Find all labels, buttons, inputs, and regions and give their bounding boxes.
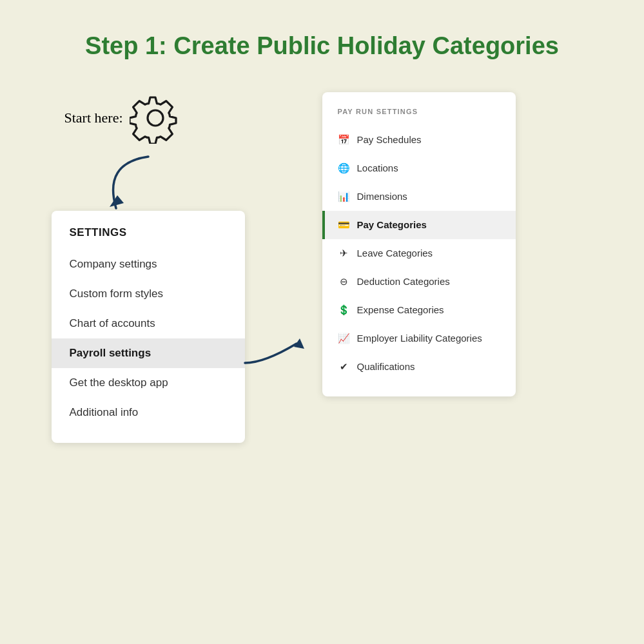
calendar-icon: 📅 xyxy=(338,134,351,146)
settings-heading: SETTINGS xyxy=(52,226,245,249)
payrun-item-qualifications[interactable]: ✔ Qualifications xyxy=(322,353,516,381)
minus-circle-icon: ⊖ xyxy=(338,276,351,288)
dollar-icon: 💲 xyxy=(338,304,351,316)
settings-item-company[interactable]: Company settings xyxy=(52,249,245,279)
payrun-section-title: PAY RUN SETTINGS xyxy=(322,108,516,126)
payrun-item-leave-categories[interactable]: ✈ Leave Categories xyxy=(322,239,516,268)
card-icon: 💳 xyxy=(338,219,351,231)
settings-item-payroll[interactable]: Payroll settings xyxy=(52,338,245,368)
settings-item-chart-accounts[interactable]: Chart of accounts xyxy=(52,309,245,338)
settings-panel: SETTINGS Company settings Custom form st… xyxy=(52,211,245,443)
payrun-item-employer-liability[interactable]: 📈 Employer Liability Categories xyxy=(322,324,516,353)
arrow-down-container xyxy=(90,150,168,217)
trend-icon: 📈 xyxy=(338,333,351,344)
payrun-item-dimensions[interactable]: 📊 Dimensions xyxy=(322,182,516,211)
payrun-item-expense-categories[interactable]: 💲 Expense Categories xyxy=(322,296,516,324)
arrow-down-icon xyxy=(90,150,168,215)
start-here-row: Start here: xyxy=(64,92,181,144)
settings-item-desktop-app[interactable]: Get the desktop app xyxy=(52,368,245,398)
svg-marker-0 xyxy=(110,195,124,207)
settings-item-additional-info[interactable]: Additional info xyxy=(52,398,245,427)
payrun-item-pay-schedules[interactable]: 📅 Pay Schedules xyxy=(322,126,516,154)
payrun-panel: PAY RUN SETTINGS 📅 Pay Schedules 🌐 Locat… xyxy=(322,92,516,396)
arrow-right-container xyxy=(239,324,322,378)
globe-icon: 🌐 xyxy=(338,162,351,174)
chart-icon: 📊 xyxy=(338,191,351,202)
gear-icon xyxy=(130,92,181,144)
payrun-item-locations[interactable]: 🌐 Locations xyxy=(322,154,516,182)
checkmark-icon: ✔ xyxy=(338,361,351,373)
payrun-item-pay-categories[interactable]: 💳 Pay Categories xyxy=(322,211,516,239)
payrun-item-deduction-categories[interactable]: ⊖ Deduction Categories xyxy=(322,268,516,296)
start-here-label: Start here: xyxy=(64,110,123,126)
page-title: Step 1: Create Public Holiday Categories xyxy=(85,32,559,60)
plane-icon: ✈ xyxy=(338,248,351,259)
main-container: Step 1: Create Public Holiday Categories… xyxy=(39,32,606,612)
arrow-right-icon xyxy=(239,324,322,376)
left-section: Start here: SETTINGS Company settings xyxy=(39,92,284,443)
settings-item-custom-form[interactable]: Custom form styles xyxy=(52,279,245,309)
content-area: Start here: SETTINGS Company settings xyxy=(39,92,606,443)
